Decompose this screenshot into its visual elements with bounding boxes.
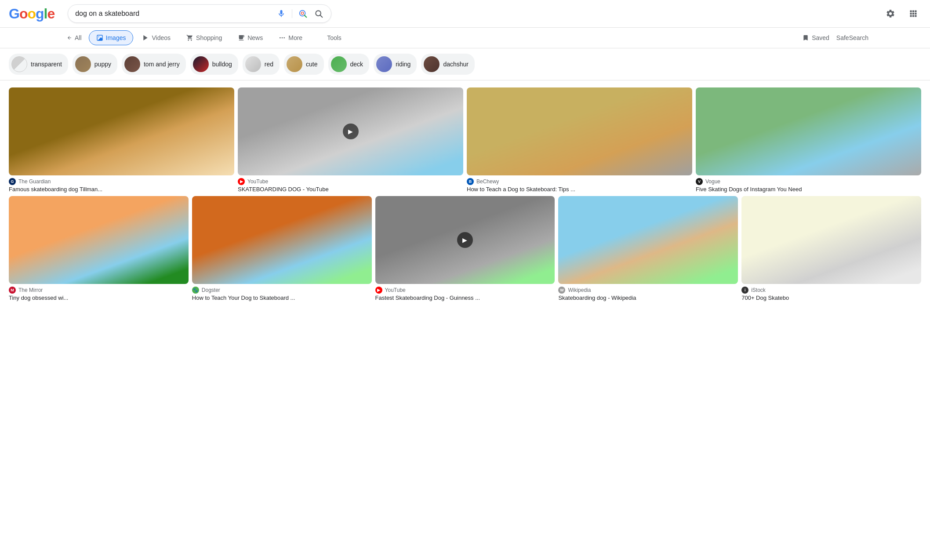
source-icon-img7: ▶ [375,287,382,294]
svg-rect-12 [912,15,914,17]
filter-chip-label-puppy: puppy [94,61,111,68]
svg-rect-5 [910,11,912,12]
source-icon-img4: V [696,178,703,185]
image-grid: GThe GuardianFamous skateboarding dog Ti… [0,80,930,312]
image-source-img1: GThe Guardian [9,178,234,185]
filter-chip-thumb-transparent [11,56,27,72]
filter-chip-thumb-tom-jerry [124,56,140,72]
image-card-img7[interactable]: ▶▶YouTubeFastest Skateboarding Dog - Gui… [375,196,555,301]
google-logo[interactable]: Google [9,6,54,22]
image-source-img4: VVogue [696,178,921,185]
filter-chip-transparent[interactable]: transparent [9,54,68,75]
search-button[interactable] [313,8,324,19]
voice-search-button[interactable] [276,8,287,19]
settings-button[interactable] [883,6,898,22]
source-icon-img2: ▶ [238,178,245,185]
news-tab-icon [238,34,245,41]
filter-chip-cute[interactable]: cute [284,54,323,75]
tab-shopping[interactable]: Shopping [179,31,229,45]
tab-images[interactable]: Images [89,30,134,45]
nav-right: Saved SafeSearch [802,34,868,41]
filter-chip-tom-jerry[interactable]: tom and jerry [122,54,186,75]
image-card-img8[interactable]: WWikipediaSkateboarding dog - Wikipedia [558,196,738,301]
svg-rect-9 [912,13,914,15]
back-arrow-icon [67,35,72,40]
grid-icon [909,9,918,18]
source-name-img1: The Guardian [18,178,51,185]
filter-chip-thumb-deck [331,56,347,72]
image-row-2: MThe MirrorTiny dog obsessed wi...🐾Dogst… [9,196,921,301]
filter-chip-thumb-bulldog [193,56,209,72]
saved-label: Saved [812,34,829,41]
image-placeholder-img7: ▶ [375,196,555,284]
filter-chip-puppy[interactable]: puppy [73,54,117,75]
apps-button[interactable] [905,6,921,22]
image-title-img6: How to Teach Your Dog to Skateboard ... [192,295,372,301]
filter-chip-label-tom-jerry: tom and jerry [144,61,180,68]
source-name-img9: iStock [751,287,766,293]
image-title-img7: Fastest Skateboarding Dog - Guinness ... [375,295,555,301]
source-name-img4: Vogue [705,178,720,185]
tab-videos[interactable]: Videos [135,31,178,45]
filter-chip-label-riding: riding [396,61,411,68]
filter-chip-dachshund[interactable]: dachshur [421,54,475,75]
source-icon-img6: 🐾 [192,287,199,294]
source-name-img5: The Mirror [18,287,43,293]
filter-chip-label-cute: cute [306,61,317,68]
svg-rect-7 [915,11,916,12]
search-input[interactable]: dog on a skateboard [75,10,272,18]
svg-line-2 [305,15,307,18]
filter-chip-bulldog[interactable]: bulldog [190,54,238,75]
image-search-button[interactable] [298,8,308,19]
image-card-img6[interactable]: 🐾DogsterHow to Teach Your Dog to Skatebo… [192,196,372,301]
svg-marker-16 [144,35,148,40]
image-source-img2: ▶YouTube [238,178,463,185]
image-source-img7: ▶YouTube [375,287,555,294]
filter-chip-thumb-riding [376,56,392,72]
nav-all-tab[interactable]: All [62,31,87,45]
images-tab-label: Images [106,34,126,41]
more-tab-label: More [288,34,302,41]
tools-button[interactable]: Tools [320,31,349,45]
search-icons [276,8,324,19]
filter-chip-thumb-cute [287,56,302,72]
tab-news[interactable]: News [231,31,270,45]
filter-chip-red[interactable]: red [243,54,280,75]
safesearch-label[interactable]: SafeSearch [836,34,868,41]
image-visual-img2: ▶ [238,87,463,175]
image-card-img5[interactable]: MThe MirrorTiny dog obsessed wi... [9,196,189,301]
source-icon-img3: B [467,178,474,185]
tab-more[interactable]: More [272,31,309,45]
filter-chip-thumb-puppy [75,56,91,72]
filter-chip-thumb-red [245,56,261,72]
play-icon-img2: ▶ [343,124,359,139]
all-tab-label: All [75,34,82,41]
filter-chip-riding[interactable]: riding [374,54,417,75]
filter-chip-label-bulldog: bulldog [212,61,232,68]
svg-rect-6 [912,11,914,12]
lens-icon [298,9,308,18]
image-title-img2: SKATEBOARDING DOG - YouTube [238,186,463,193]
image-card-img3[interactable]: BBeChewyHow to Teach a Dog to Skateboard… [467,87,692,193]
image-card-img9[interactable]: iiStock700+ Dog Skatebo [741,196,921,301]
saved-button[interactable]: Saved [802,34,829,41]
image-source-img5: MThe Mirror [9,287,189,294]
image-placeholder-img8 [558,196,738,284]
image-title-img1: Famous skateboarding dog Tillman... [9,186,234,193]
image-card-img2[interactable]: ▶▶YouTubeSKATEBOARDING DOG - YouTube [238,87,463,193]
source-name-img3: BeChewy [476,178,499,185]
image-source-img9: iiStock [741,287,921,294]
image-card-img1[interactable]: GThe GuardianFamous skateboarding dog Ti… [9,87,234,193]
more-tab-icon [279,34,286,41]
source-name-img6: Dogster [202,287,220,293]
svg-rect-13 [915,15,916,17]
filter-bar: transparentpuppytom and jerrybulldogredc… [0,48,930,80]
image-card-img4[interactable]: VVogueFive Skating Dogs of Instagram You… [696,87,921,193]
image-placeholder-img1 [9,87,234,175]
svg-point-1 [302,12,304,14]
gear-icon [886,9,895,18]
search-icon [314,9,323,18]
image-title-img3: How to Teach a Dog to Skateboard: Tips .… [467,186,692,193]
filter-chip-deck[interactable]: deck [328,54,370,75]
image-visual-img9 [741,196,921,284]
